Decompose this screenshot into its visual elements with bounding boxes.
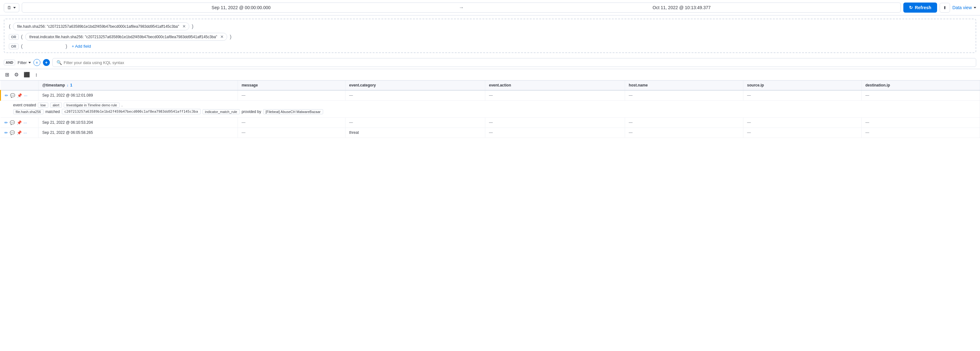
row1-timestamp: Sep 21, 2022 @ 06:12:01.089	[38, 90, 238, 101]
col-header-sourceip[interactable]: source.ip	[743, 80, 861, 90]
close-paren-1: )	[192, 24, 193, 29]
row2-comment-icon[interactable]: 💬	[10, 120, 15, 125]
row2-hostname: —	[625, 118, 743, 128]
or-badge-1: OR	[9, 34, 19, 40]
row1-more-icon[interactable]: ···	[24, 93, 27, 98]
dot-text: .	[121, 103, 123, 107]
row3-more-icon[interactable]: ···	[24, 130, 27, 135]
row2-pin-icon[interactable]: 📌	[17, 120, 22, 125]
row1-expanded-cell: event created low alert Investigate in T…	[1, 101, 980, 118]
table-wrap: @timestamp ↓ 1 message event.category ev…	[0, 80, 980, 138]
row3-hostname: —	[625, 128, 743, 138]
row2-message: —	[238, 118, 345, 128]
share-button[interactable]: ⬆	[940, 3, 950, 13]
col-header-eventact[interactable]: event.action	[485, 80, 625, 90]
col-header-timestamp[interactable]: @timestamp ↓ 1	[38, 80, 238, 90]
alert-badge: alert	[50, 102, 62, 108]
row3-eventcat: threat	[345, 128, 485, 138]
filter-row-2: OR ( threat.indicator.file.hash.sha256: …	[9, 33, 971, 41]
refresh-button[interactable]: ↻ Refresh	[903, 3, 937, 13]
filter-add-button[interactable]: +	[43, 59, 50, 66]
and-badge: AND	[4, 60, 15, 65]
filter-info-button[interactable]: ≡	[33, 59, 40, 66]
col-header-hostname[interactable]: host.name	[625, 80, 743, 90]
expanded-line-2: file.hash.sha256 matched c207213257a6358…	[13, 109, 976, 114]
table-row: ✏ 💬 📌 ··· Sep 21, 2022 @ 06:10:53.204 — …	[1, 118, 980, 128]
open-paren-1: (	[9, 24, 10, 29]
expanded-line-1: event created low alert Investigate in T…	[13, 102, 976, 108]
row1-eventact: —	[485, 90, 625, 101]
row2-sourceip: —	[743, 118, 861, 128]
rule-name-badge: Investigate in Timeline demo rule	[64, 102, 119, 108]
filter-chip-1-close[interactable]: ✕	[182, 24, 186, 29]
results-table: @timestamp ↓ 1 message event.category ev…	[0, 80, 980, 138]
filter-chip-2-value: threat.indicator.file.hash.sha256: "c207…	[29, 35, 217, 39]
filter-chip-2-close[interactable]: ✕	[220, 34, 224, 39]
date-range[interactable]: Sep 11, 2022 @ 00:00:00.000 → Oct 11, 20…	[22, 3, 901, 13]
filter-row-3: OR ( ) + Add field	[9, 43, 971, 49]
open-paren-2: (	[21, 34, 23, 40]
indicator-rule-badge: indicator_match_rule	[202, 109, 240, 114]
calendar-chevron-icon	[13, 7, 16, 8]
table-row: ✏ 💬 📌 ··· Sep 21, 2022 @ 06:12:01.089 — …	[1, 90, 980, 101]
close-paren-3: )	[66, 43, 67, 49]
row1-sourceip: —	[743, 90, 861, 101]
filter-row-1: ( file.hash.sha256: "c207213257a63589b1e…	[9, 22, 971, 30]
row2-destip: —	[861, 118, 980, 128]
row3-destip: —	[861, 128, 980, 138]
row3-pin-icon[interactable]: 📌	[17, 130, 22, 135]
or-badge-2: OR	[9, 43, 19, 49]
severity-badge: low	[38, 102, 48, 108]
top-bar: 🗓 Sep 11, 2022 @ 00:00:00.000 → Oct 11, …	[0, 0, 980, 16]
open-paren-3: (	[21, 43, 23, 49]
row3-eventact: —	[485, 128, 625, 138]
row1-pin-icon[interactable]: 📌	[17, 93, 22, 98]
dataview-chevron-icon	[974, 7, 976, 8]
table-toolbar: ⊞ ⚙ ⬛ ↕	[0, 69, 980, 80]
close-paren-2: )	[230, 34, 231, 40]
columns-button[interactable]: ⊞	[4, 71, 10, 78]
row2-timestamp: Sep 21, 2022 @ 06:10:53.204	[38, 118, 238, 128]
row1-eventcat: —	[345, 90, 485, 101]
row3-comment-icon[interactable]: 💬	[10, 130, 15, 135]
row1-expanded-content: event created low alert Investigate in T…	[1, 101, 980, 117]
col-header-eventcat[interactable]: event.category	[345, 80, 485, 90]
matched-text: matched	[45, 110, 60, 114]
sort-button[interactable]: ↕	[34, 71, 39, 78]
filter-dropdown[interactable]: Filter	[18, 60, 31, 65]
row2-expand-icon[interactable]: ✏	[5, 120, 8, 125]
dataview-button[interactable]: Data view	[953, 5, 976, 10]
row1-hostname: —	[625, 90, 743, 101]
row3-actions: ✏ 💬 📌 ···	[5, 130, 35, 135]
row2-eventact: —	[485, 118, 625, 128]
table-row: ✏ 💬 📌 ··· Sep 21, 2022 @ 06:05:58.265 — …	[1, 128, 980, 138]
filter-chip-1-value: file.hash.sha256: "c207213257a63589b1e1b…	[17, 24, 179, 29]
row3-actions-cell: ✏ 💬 📌 ···	[1, 128, 38, 138]
search-icon: 🔍	[56, 60, 62, 65]
row2-more-icon[interactable]: ···	[24, 120, 27, 125]
field-name-badge: file.hash.sha256	[13, 109, 43, 114]
settings-button[interactable]: ⚙	[13, 71, 20, 78]
provider-badge: [Filebeat] AbuseCH MalwareBazaar	[263, 109, 323, 114]
row1-message: —	[238, 90, 345, 101]
col-header-message[interactable]: message	[238, 80, 345, 90]
filter-chip-2[interactable]: threat.indicator.file.hash.sha256: "c207…	[25, 33, 228, 41]
table-header-row: @timestamp ↓ 1 message event.category ev…	[1, 80, 980, 90]
col-header-destip[interactable]: destination.ip	[861, 80, 980, 90]
row1-comment-icon[interactable]: 💬	[10, 93, 15, 98]
row1-expand-icon[interactable]: ✏	[5, 93, 8, 98]
row3-sourceip: —	[743, 128, 861, 138]
row1-destip: —	[861, 90, 980, 101]
hash-value-badge: c207213257a63589b1e1bd2f459b47becd000c1a…	[62, 109, 200, 114]
export-button[interactable]: ⬛	[22, 71, 31, 78]
kql-search-input[interactable]	[64, 60, 972, 65]
calendar-button[interactable]: 🗓	[4, 3, 19, 12]
add-field-button[interactable]: + Add field	[70, 43, 93, 49]
sort-count: 1	[70, 83, 72, 88]
row3-expand-icon[interactable]: ✏	[5, 130, 8, 135]
end-date: Oct 11, 2022 @ 10:13:49.377	[468, 5, 896, 10]
filter-area: ( file.hash.sha256: "c207213257a63589b1e…	[4, 19, 976, 53]
filter-chip-1[interactable]: file.hash.sha256: "c207213257a63589b1e1b…	[13, 22, 189, 30]
refresh-icon: ↻	[909, 5, 913, 10]
kql-search-wrap[interactable]: 🔍	[52, 58, 976, 67]
